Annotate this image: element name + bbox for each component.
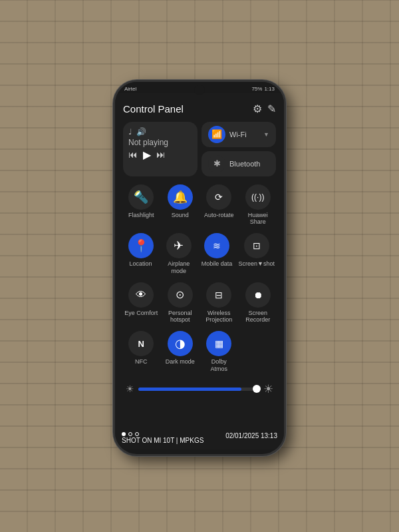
- carrier-label: Airtel: [124, 86, 136, 92]
- toggle-screenshot[interactable]: ⊡ Screen▼shot: [237, 230, 276, 278]
- nfc-label: NFC: [135, 358, 148, 366]
- settings-icon[interactable]: ⚙: [253, 103, 262, 115]
- dolby-atmos-icon: ▦: [206, 331, 231, 356]
- watermark: SHOT ON MI 10T | MPKGS 02/01/2025 13:13: [122, 432, 277, 444]
- media-top: ♩ 🔊: [128, 127, 192, 136]
- wifi-toggle[interactable]: 📶 Wi-Fi ▼: [201, 122, 276, 147]
- toggle-flashlight[interactable]: 🔦 Flashlight: [123, 182, 160, 229]
- mobile-data-icon: ≋: [204, 233, 229, 258]
- toggle-mobile-data[interactable]: ≋ Mobile data: [199, 230, 234, 278]
- sound-icon: 🔔: [168, 184, 193, 210]
- wireless-projection-icon: ⊟: [206, 282, 231, 308]
- toggle-dolby-atmos[interactable]: ▦ Dolby Atmos: [201, 328, 237, 376]
- toggle-sound[interactable]: 🔔 Sound: [162, 182, 199, 229]
- toggle-nfc[interactable]: N NFC: [123, 328, 160, 376]
- toggle-row-3: 👁 Eye Comfort ⊙ Personal hotspot ⊟ Wirel…: [123, 280, 276, 327]
- prev-button[interactable]: ⏮: [128, 149, 138, 160]
- brightness-thumb: [253, 385, 261, 393]
- cp-header: Control Panel ⚙ ✎: [123, 103, 276, 115]
- toggle-wireless-projection[interactable]: ⊟ Wireless Projection: [201, 280, 237, 327]
- shot-on-label: SHOT ON MI 10T | MPKGS: [122, 437, 203, 444]
- phone-frame: Airtel 75% 1:13 Control Panel ⚙ ✎: [113, 80, 286, 456]
- dark-mode-icon: ◑: [168, 331, 193, 356]
- screen-recorder-label: Screen Recorder: [241, 310, 275, 324]
- toggle-huawei-share[interactable]: ((·)) Huawei Share: [240, 182, 277, 229]
- bluetooth-toggle[interactable]: ✱ Bluetooth: [201, 151, 276, 176]
- not-playing-label: Not playing: [128, 138, 192, 147]
- toggle-airplane[interactable]: ✈ Airplane mode: [161, 230, 196, 278]
- location-icon: 📍: [128, 233, 154, 258]
- notch: [194, 85, 205, 95]
- toggle-auto-rotate[interactable]: ⟳ Auto-rotate: [201, 182, 237, 229]
- music-icon: ♩: [128, 127, 132, 136]
- battery-label: 75%: [251, 86, 262, 92]
- connectivity-section: 📶 Wi-Fi ▼ ✱ Bluetooth: [201, 122, 276, 176]
- location-label: Location: [130, 260, 152, 268]
- time-label: 1:13: [264, 86, 275, 92]
- toggle-row-4: N NFC ◑ Dark mode ▦ Dolby Atmos: [123, 328, 276, 376]
- wifi-label: Wi-Fi: [229, 131, 259, 138]
- toggle-screen-recorder[interactable]: ⏺ Screen Recorder: [240, 280, 277, 327]
- wifi-icon: 📶: [208, 126, 225, 143]
- airplane-label: Airplane mode: [162, 260, 195, 275]
- screenshot-icon: ⊡: [244, 233, 269, 258]
- dot-1: [122, 432, 126, 436]
- watermark-left: SHOT ON MI 10T | MPKGS: [122, 432, 203, 444]
- next-button[interactable]: ⏭: [156, 149, 166, 160]
- dark-mode-label: Dark mode: [166, 358, 195, 366]
- auto-rotate-icon: ⟳: [206, 184, 231, 210]
- dot-3: [135, 432, 139, 436]
- wifi-arrow-icon: ▼: [263, 131, 269, 138]
- header-icons: ⚙ ✎: [253, 103, 276, 115]
- screen-recorder-icon: ⏺: [245, 282, 271, 308]
- flashlight-label: Flashlight: [128, 212, 154, 219]
- phone-wrapper: Airtel 75% 1:13 Control Panel ⚙ ✎: [113, 80, 286, 466]
- huawei-share-icon: ((·)): [245, 184, 271, 210]
- edit-icon[interactable]: ✎: [267, 103, 276, 115]
- media-controls: ⏮ ▶ ⏭: [128, 148, 192, 161]
- mobile-data-label: Mobile data: [201, 260, 233, 268]
- status-right: 75% 1:13: [251, 86, 275, 92]
- toggle-personal-hotspot[interactable]: ⊙ Personal hotspot: [162, 280, 199, 327]
- eye-comfort-label: Eye Comfort: [124, 310, 158, 317]
- screen: Control Panel ⚙ ✎ ♩ 🔊 Not playing: [115, 93, 284, 449]
- personal-hotspot-label: Personal hotspot: [164, 310, 198, 324]
- toggle-dark-mode[interactable]: ◑ Dark mode: [162, 328, 199, 376]
- toggle-location[interactable]: 📍 Location: [123, 230, 158, 278]
- play-button[interactable]: ▶: [143, 148, 151, 161]
- dolby-atmos-label: Dolby Atmos: [202, 358, 236, 373]
- dot-2: [128, 432, 132, 436]
- airplane-icon: ✈: [166, 233, 192, 258]
- brightness-track[interactable]: [138, 388, 259, 391]
- watermark-dots: [122, 432, 203, 436]
- nfc-icon: N: [128, 331, 154, 356]
- wireless-projection-label: Wireless Projection: [202, 310, 236, 324]
- toggle-empty: [240, 328, 277, 376]
- flashlight-icon: 🔦: [128, 184, 154, 210]
- toggle-eye-comfort[interactable]: 👁 Eye Comfort: [123, 280, 160, 327]
- sound-label: Sound: [172, 212, 189, 219]
- brightness-high-icon: ☀: [263, 382, 273, 396]
- brightness-bar: ☀ ☀: [123, 378, 276, 400]
- brightness-fill: [138, 388, 241, 391]
- datetime-label: 02/01/2025 13:13: [225, 432, 277, 444]
- toggle-row-2: 📍 Location ✈ Airplane mode ≋ Mobile data…: [123, 230, 276, 278]
- top-section: ♩ 🔊 Not playing ⏮ ▶ ⏭: [123, 122, 276, 176]
- control-panel-title: Control Panel: [123, 103, 184, 115]
- bluetooth-label: Bluetooth: [229, 160, 269, 168]
- personal-hotspot-icon: ⊙: [168, 282, 193, 308]
- media-sound-icon: 🔊: [136, 127, 146, 136]
- bluetooth-icon: ✱: [208, 155, 225, 172]
- control-panel: Control Panel ⚙ ✎ ♩ 🔊 Not playing: [115, 93, 284, 407]
- eye-comfort-icon: 👁: [128, 282, 154, 308]
- huawei-share-label: Huawei Share: [241, 212, 275, 226]
- toggle-row-1: 🔦 Flashlight 🔔 Sound ⟳ Auto-rotate ((·))…: [123, 182, 276, 229]
- brightness-low-icon: ☀: [126, 384, 134, 394]
- screenshot-label: Screen▼shot: [239, 260, 275, 268]
- media-player-card: ♩ 🔊 Not playing ⏮ ▶ ⏭: [123, 122, 198, 176]
- auto-rotate-label: Auto-rotate: [204, 212, 234, 219]
